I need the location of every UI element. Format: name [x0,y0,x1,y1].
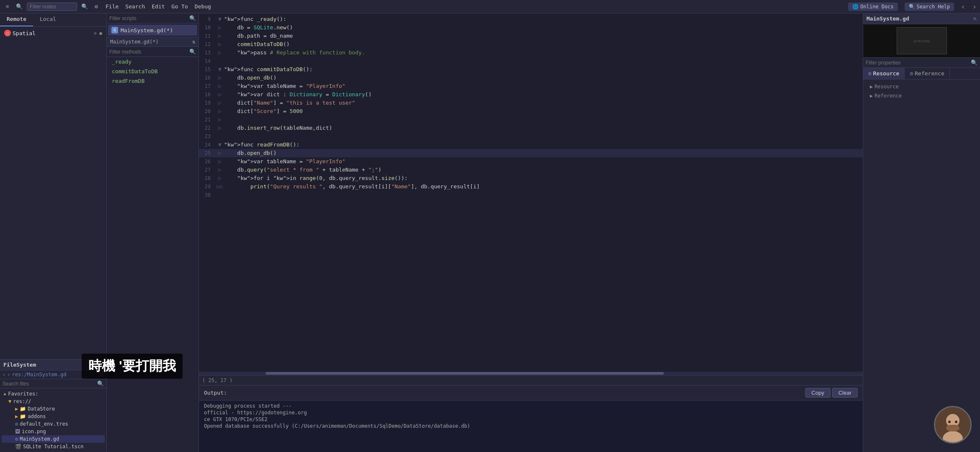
script-methods-header: MainSystem.gd(*) ⇅ [107,37,199,47]
scene-tabs: Remote Local [0,13,106,27]
nav-left-icon[interactable]: ‹ [3,372,5,378]
fs-item-res[interactable]: ▼ res:// [2,398,105,405]
horizontal-scrollbar[interactable] [199,372,863,375]
tab-reference[interactable]: ⚙ Reference [905,68,949,79]
folder-icon-res: ▼ [8,398,11,404]
menu-goto[interactable]: Go To [172,3,188,10]
tscn-icon: 🎬 [15,444,21,449]
line-number: 26 [199,157,216,166]
scene-node-spatial[interactable]: ○ Spatial ⊙ ● [2,28,105,38]
menu-file[interactable]: File [106,3,119,10]
folder-icon-box: 📁 [20,406,26,412]
copy-button[interactable]: Copy [805,388,830,398]
top-bar-right: 🌐 Online Docs 🔍 Search Help ‹ › [848,2,977,11]
line-arrow: ▷▷ [216,182,224,191]
line-code: "kw">var dict : Dictionary = Dictionary(… [224,90,863,99]
nav-back-icon[interactable]: ‹ [961,2,965,11]
filter-nodes-input[interactable] [27,3,77,11]
code-line: 16▷ db.open_db() [199,74,863,82]
tab-local[interactable]: Local [33,13,63,26]
script-file-icon: G [111,27,118,33]
avatar-image [935,407,970,442]
tab-resource[interactable]: ⚙ Resource [863,68,905,79]
line-number: 22 [199,124,216,132]
fs-item-datastore[interactable]: ▶ 📁 DataStore [2,405,105,413]
reference-section-label[interactable]: ▶ Reference [867,91,977,100]
code-line: 18▷ "kw">var dict : Dictionary = Diction… [199,90,863,99]
menu-debug[interactable]: Debug [195,3,211,10]
line-arrow: ▷ [216,49,224,57]
clear-button[interactable]: Clear [832,388,858,398]
line-code: "kw">for i "kw">in range(0, db.query_res… [224,174,863,182]
filter-properties-input[interactable] [866,60,971,66]
fs-item-sqlite[interactable]: 🎬 SQLite Tutorial.tscn [2,443,105,450]
fs-item-addons[interactable]: ▶ 📁 addons [2,413,105,420]
fs-item-icon[interactable]: 🖼 icon.png [2,428,105,435]
spatial-icon: ○ [4,30,11,36]
settings-icon[interactable]: ⚙ [92,3,101,11]
search-files-icon[interactable]: 🔍 [97,380,104,387]
output-line: Debugging process started --- [204,403,858,409]
gd-icon: ⚙ [15,436,18,442]
methods-sort-icon[interactable]: ⇅ [192,39,195,45]
line-code: "kw">func _ready(): [224,15,863,23]
fs-item-mainsystem[interactable]: ⚙ MainSystem.gd [2,435,105,443]
menu-search[interactable]: Search [125,3,145,10]
nav-right-icon[interactable]: › [7,372,10,378]
output-line: official - https://godotengine.org [204,410,858,416]
tab-remote[interactable]: Remote [0,13,33,26]
reference-tab-icon: ⚙ [910,70,913,77]
code-line: 23 [199,132,863,141]
filter-properties-icon[interactable]: 🔍 [971,59,977,66]
code-line: 15▼"kw">func commitDataToDB(): [199,65,863,74]
filesystem-title: FileSystem [3,362,36,368]
resource-tab-icon: ⚙ [868,70,872,77]
code-line: 12▷ commitDataToDB() [199,40,863,49]
method-commitdatatodb[interactable]: commitDataToDB [107,67,199,76]
line-number: 10 [199,23,216,32]
menu-edit[interactable]: Edit [152,3,165,10]
code-line: 24▼"kw">func readFromDB(): [199,141,863,149]
filter-properties-row: 🔍 [863,58,980,68]
line-number: 9 [199,15,216,23]
methods-filter-input[interactable] [109,49,189,55]
line-arrow: ▷ [216,74,224,82]
output-header: Output: Copy Clear [199,385,863,401]
add-icon[interactable]: ⊕ [3,3,12,11]
online-docs-button[interactable]: 🌐 Online Docs [848,3,897,11]
method-readfromdb[interactable]: readFromDB [107,76,199,86]
line-arrow: ▷ [216,124,224,132]
scripts-filter-input[interactable] [109,15,189,21]
line-number: 21 [199,116,216,124]
fs-item-label-addons: addons [28,413,46,419]
method-ready[interactable]: _ready [107,57,199,67]
svg-rect-6 [947,425,959,428]
filter-magnify-icon[interactable]: 🔍 [80,3,89,11]
nav-forward-icon[interactable]: › [972,2,977,11]
line-number: 20 [199,107,216,116]
inspector-expand-icon[interactable]: ⇱ [973,15,977,22]
line-number: 28 [199,174,216,182]
tres-icon: ⚙ [15,421,18,427]
code-line: 29▷▷ print("Qurey results ", db.query_re… [199,182,863,191]
resource-section-text: Resource [874,84,899,90]
search-node-icon[interactable]: 🔍 [15,3,23,11]
code-line: 22▷ db.insert_row(tableName,dict) [199,124,863,132]
search-help-button[interactable]: 🔍 Search Help [905,3,954,11]
scripts-filter-icon[interactable]: 🔍 [189,15,196,21]
inspector-title: MainSystem.gd [867,15,909,22]
fs-item-default-env[interactable]: ⚙ default_env.tres [2,420,105,428]
search-files-input[interactable] [3,381,97,387]
left-panel: Remote Local ○ Spatial ⊙ ● FileSystem ⋮ … [0,13,107,452]
line-number: 23 [199,132,216,141]
code-container[interactable]: 9▼"kw">func _ready():10▷ db = SQLite.new… [199,13,863,372]
line-number: 19 [199,99,216,107]
script-file-item[interactable]: G MainSystem.gd(*) [108,25,197,36]
subtitle-overlay: 時機 '要打開我 [82,354,183,379]
code-line: 17▷ "kw">var tableName = "PlayerInfo" [199,82,863,90]
line-code: db = SQLite.new() [224,23,863,32]
resource-section-label[interactable]: ▶ Resource [867,82,977,91]
methods-filter-icon[interactable]: 🔍 [189,49,196,55]
node-controls[interactable]: ⊙ ● [94,31,102,36]
reference-expand-icon: ▶ [870,93,873,99]
